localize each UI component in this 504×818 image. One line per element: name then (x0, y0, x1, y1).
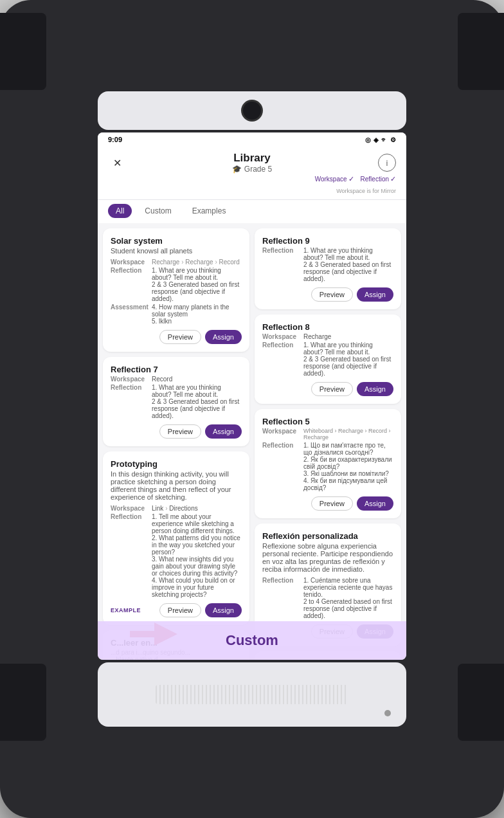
preview-button-r5[interactable]: Preview (311, 496, 353, 511)
info-button[interactable]: i (378, 154, 396, 172)
workspace-note: Workspace is for Mirror (336, 188, 396, 194)
assign-button-proto[interactable]: Assign (205, 603, 242, 617)
header-subtitle: 🎓 Grade 5 (232, 165, 272, 174)
preview-button-r9[interactable]: Preview (311, 287, 353, 302)
content-area: Solar system Student knowsl all planets … (98, 223, 406, 660)
speaker-dot (384, 710, 391, 716)
assign-button-r9[interactable]: Assign (357, 287, 393, 302)
card-reflection-9: Reflection 9 Reflection 1. What are you … (255, 228, 401, 309)
preview-button-proto[interactable]: Preview (159, 603, 201, 617)
filter-tabs: All Custom Examples (108, 204, 233, 218)
two-column-layout: Solar system Student knowsl all planets … (98, 223, 406, 660)
corner-grip-bottom-left (0, 664, 46, 741)
assign-button-r7[interactable]: Assign (205, 424, 242, 439)
custom-overlay[interactable]: Custom (98, 621, 406, 660)
card-title-solar: Solar system (111, 236, 242, 246)
device-frame: 9:09 ◎ ◈ ᯤ ⚙ ✕ Library 🎓 Grade 5 i (0, 0, 504, 818)
header-title: Library (232, 152, 272, 165)
filter-tab-examples[interactable]: Examples (184, 204, 234, 218)
right-column: Reflection 9 Reflection 1. What are you … (255, 228, 401, 655)
filter-row: All Custom Examples (98, 200, 406, 223)
top-camera-bar (98, 91, 406, 130)
workspace-filter[interactable]: Workspace ✓ (315, 175, 354, 183)
corner-grip-top-left (0, 13, 46, 90)
card-subtitle-reflexion: Reflexione sobre alguna experiencia pers… (262, 542, 393, 573)
filter-tab-all[interactable]: All (108, 204, 132, 218)
custom-label: Custom (226, 632, 278, 649)
example-badge: EXAMPLE (111, 607, 141, 614)
filter-tab-custom[interactable]: Custom (137, 204, 179, 218)
preview-button-r8[interactable]: Preview (311, 382, 353, 396)
status-time: 9:09 (108, 136, 122, 143)
status-bar: 9:09 ◎ ◈ ᯤ ⚙ (98, 132, 406, 147)
reflection-filter[interactable]: Reflection ✓ (361, 175, 396, 183)
card-solar-system: Solar system Student knowsl all planets … (103, 228, 249, 352)
screen: 9:09 ◎ ◈ ᯤ ⚙ ✕ Library 🎓 Grade 5 i (98, 132, 406, 660)
assign-button-r5[interactable]: Assign (357, 496, 393, 511)
bottom-speaker-bar (98, 662, 406, 727)
card-title-proto: Prototyping (111, 459, 242, 469)
camera (243, 102, 261, 120)
corner-grip-top-right (458, 13, 504, 90)
card-prototyping: Prototyping In this design thinking acti… (103, 451, 249, 625)
status-icons: ◎ ◈ ᯤ ⚙ (365, 136, 396, 143)
card-reflection-7: Reflection 7 Workspace Record Reflection… (103, 357, 249, 446)
close-button[interactable]: ✕ (108, 154, 126, 172)
card-subtitle-solar: Student knowsl all planets (111, 247, 242, 255)
card-title-r9: Reflection 9 (262, 236, 393, 246)
preview-button-r7[interactable]: Preview (159, 424, 201, 439)
left-column: Solar system Student knowsl all planets … (103, 228, 249, 655)
preview-button-solar[interactable]: Preview (159, 330, 201, 344)
card-title-r8: Reflection 8 (262, 322, 393, 332)
card-title-r7: Reflection 7 (111, 365, 242, 374)
card-reflection-8: Reflection 8 Workspace Recharge Reflecti… (255, 314, 401, 404)
app-header: ✕ Library 🎓 Grade 5 i Workspace ✓ Reflec… (98, 147, 406, 200)
card-title-reflexion: Reflexión personalizada (262, 531, 393, 541)
card-subtitle-proto: In this design thinking activity, you wi… (111, 470, 242, 501)
speaker-grille (156, 685, 348, 704)
assign-button-solar[interactable]: Assign (205, 330, 242, 344)
card-title-r5: Reflection 5 (262, 417, 393, 426)
card-reflection-5: Reflection 5 Workspace Whiteboard › Rech… (255, 409, 401, 518)
assign-button-r8[interactable]: Assign (357, 382, 393, 396)
corner-grip-bottom-right (458, 664, 504, 741)
